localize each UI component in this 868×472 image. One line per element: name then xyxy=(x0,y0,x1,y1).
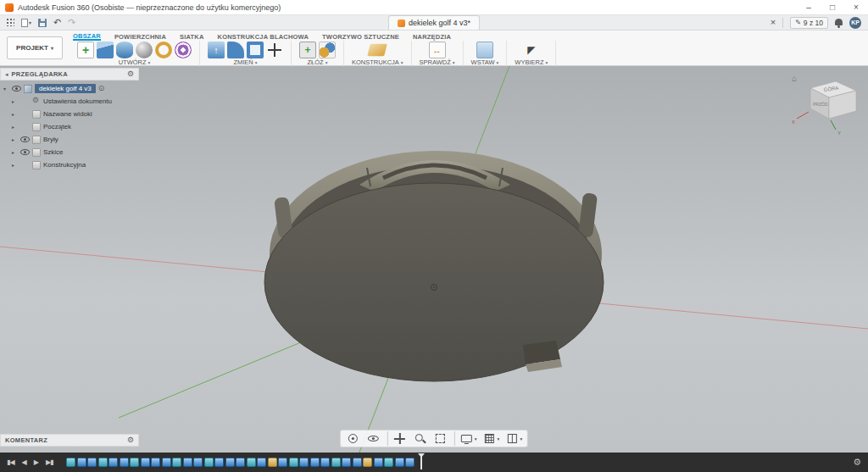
timeline-feature-icon[interactable] xyxy=(257,458,266,467)
timeline-feature-icon[interactable] xyxy=(299,458,309,467)
timeline-feature-icon[interactable] xyxy=(353,458,362,467)
timeline-feature-icon[interactable] xyxy=(331,458,341,467)
ribbon-tool-icon[interactable] xyxy=(368,44,388,56)
timeline-feature-icon[interactable] xyxy=(278,458,287,467)
timeline-feature-icon[interactable] xyxy=(247,458,256,467)
ribbon-tool-icon[interactable] xyxy=(116,42,133,58)
timeline-feature-icon[interactable] xyxy=(141,458,150,467)
expand-triangle-icon[interactable]: ▸ xyxy=(12,163,18,168)
browser-item[interactable]: ▸ Bryły xyxy=(0,133,139,146)
file-menu-button[interactable]: ▾ xyxy=(21,19,31,27)
browser-item[interactable]: ▸ Konstrukcyjna xyxy=(0,158,139,171)
ribbon-tab[interactable]: TWORZYWO SZTUCZNE xyxy=(322,33,399,41)
ribbon-tab[interactable]: POWIERZCHNIA xyxy=(114,33,166,41)
browser-item[interactable]: ▸ Szkice xyxy=(0,146,139,158)
user-avatar[interactable]: KP xyxy=(849,17,861,29)
ribbon-tool-icon[interactable] xyxy=(136,42,153,58)
expand-triangle-icon[interactable]: ▸ xyxy=(12,99,18,104)
ribbon-tab[interactable]: NARZĘDZIA xyxy=(413,33,451,41)
ribbon-tool-icon[interactable] xyxy=(523,42,540,58)
timeline-feature-icon[interactable] xyxy=(395,458,404,467)
undo-button[interactable]: ↶ xyxy=(53,18,61,27)
ribbon-group-label[interactable]: SPRAWDŹ ▾ xyxy=(420,58,455,66)
quota-badge[interactable]: ✎ 9 z 10 xyxy=(790,17,828,29)
browser-settings-gear-icon[interactable]: ⚙ xyxy=(127,70,134,78)
timeline-feature-icon[interactable] xyxy=(120,458,129,467)
nav-tool-button[interactable]: ▾ xyxy=(503,431,524,446)
expand-triangle-icon[interactable]: ▸ xyxy=(12,125,18,130)
ribbon-group-label[interactable]: KONSTRUKCJA ▾ xyxy=(352,58,403,66)
timeline-feature-icon[interactable] xyxy=(87,458,97,467)
ribbon-tab[interactable]: SIATKA xyxy=(180,33,204,41)
browser-header[interactable]: ◂ PRZEGLĄDARKA ⚙ xyxy=(0,68,139,81)
timeline-feature-icon[interactable] xyxy=(77,458,86,467)
nav-tool-button[interactable]: ▾ xyxy=(454,431,479,446)
expand-triangle-icon[interactable]: ▸ xyxy=(12,112,18,117)
activate-component-icon[interactable]: ⊙ xyxy=(98,85,105,92)
nav-tool-button[interactable]: ▾ xyxy=(481,431,502,446)
browser-item[interactable]: ▸ Początek xyxy=(0,120,139,133)
timeline-feature-icon[interactable] xyxy=(374,458,383,467)
redo-button[interactable]: ↷ xyxy=(68,18,75,27)
timeline-feature-icon[interactable] xyxy=(108,458,118,467)
notifications-button[interactable] xyxy=(835,19,843,25)
expand-triangle-icon[interactable]: ▸ xyxy=(12,137,18,142)
timeline-feature-icon[interactable] xyxy=(172,458,181,467)
ribbon-group-label[interactable]: WYBIERZ ▾ xyxy=(515,58,548,66)
ribbon-tool-icon[interactable] xyxy=(266,42,283,58)
timeline-feature-icon[interactable] xyxy=(384,458,393,467)
collapse-panel-icon[interactable]: ◂ xyxy=(5,71,8,78)
visibility-eye-icon[interactable] xyxy=(12,86,21,92)
timeline-feature-icon[interactable] xyxy=(193,458,203,467)
nav-tool-button[interactable] xyxy=(364,431,383,446)
nav-tool-button[interactable] xyxy=(431,431,450,446)
ribbon-tool-icon[interactable] xyxy=(476,42,493,58)
expand-triangle-icon[interactable]: ▸ xyxy=(12,150,18,155)
timeline-feature-icon[interactable] xyxy=(204,458,214,467)
timeline-control-button[interactable]: ▶▮ xyxy=(46,459,53,466)
close-button[interactable]: × xyxy=(844,0,868,14)
document-tab[interactable]: dekielek golf 4 v3* xyxy=(388,15,480,30)
timeline-settings-gear-icon[interactable]: ⚙ xyxy=(853,458,861,467)
nav-tool-button[interactable] xyxy=(387,431,409,446)
minimize-button[interactable]: – xyxy=(797,0,821,14)
visibility-eye-icon[interactable] xyxy=(20,136,30,142)
ribbon-tool-icon[interactable] xyxy=(319,42,336,58)
timeline-feature-icon[interactable] xyxy=(151,458,160,467)
timeline-feature-icon[interactable] xyxy=(98,458,108,467)
timeline-feature-icon[interactable] xyxy=(363,458,372,467)
view-cube[interactable]: ⌂ GÓRA PRZÓD X Y xyxy=(787,69,865,137)
project-button[interactable]: PROJEKT ▾ xyxy=(7,36,63,59)
timeline-track[interactable] xyxy=(66,453,849,472)
view-cube-body[interactable]: GÓRA PRZÓD xyxy=(810,81,856,119)
browser-root-row[interactable]: ▾ dekielek golf 4 v3 ⊙ xyxy=(0,81,139,95)
ribbon-tab[interactable]: OBSZAR xyxy=(73,32,101,41)
comment-panel[interactable]: KOMENTARZ ⚙ xyxy=(0,434,139,447)
browser-item[interactable]: ▸ Nazwane widoki xyxy=(0,108,139,120)
expand-triangle-icon[interactable]: ▾ xyxy=(3,86,9,92)
save-button[interactable] xyxy=(38,19,47,27)
ribbon-tool-icon[interactable] xyxy=(247,42,264,58)
timeline-feature-icon[interactable] xyxy=(405,458,415,467)
timeline-control-button[interactable]: ▶ xyxy=(34,459,38,466)
ribbon-tool-icon[interactable] xyxy=(175,42,192,58)
ribbon-tool-icon[interactable] xyxy=(77,42,94,58)
timeline-feature-icon[interactable] xyxy=(130,458,139,467)
timeline-feature-icon[interactable] xyxy=(162,458,171,467)
ribbon-group-label[interactable]: ZMIEŃ ▾ xyxy=(233,58,257,66)
app-menu-button[interactable] xyxy=(7,19,14,26)
timeline-position-marker[interactable] xyxy=(420,455,422,469)
timeline-feature-icon[interactable] xyxy=(66,458,75,467)
ribbon-tool-icon[interactable] xyxy=(227,42,244,58)
ribbon-group-label[interactable]: WSTAW ▾ xyxy=(471,58,499,66)
3d-viewport[interactable]: ◂ PRZEGLĄDARKA ⚙ ▾ dekielek golf 4 v3 ⊙ … xyxy=(0,66,868,453)
visibility-eye-icon[interactable] xyxy=(20,149,30,155)
timeline-control-button[interactable]: ▮◀ xyxy=(7,459,14,466)
maximize-button[interactable]: □ xyxy=(821,0,844,14)
ribbon-group-label[interactable]: UTWÓRZ ▾ xyxy=(119,58,151,66)
timeline-feature-icon[interactable] xyxy=(310,458,320,467)
ribbon-tool-icon[interactable] xyxy=(429,42,446,58)
timeline-feature-icon[interactable] xyxy=(214,458,224,467)
home-view-icon[interactable]: ⌂ xyxy=(792,74,797,83)
ribbon-tool-icon[interactable] xyxy=(155,42,172,58)
